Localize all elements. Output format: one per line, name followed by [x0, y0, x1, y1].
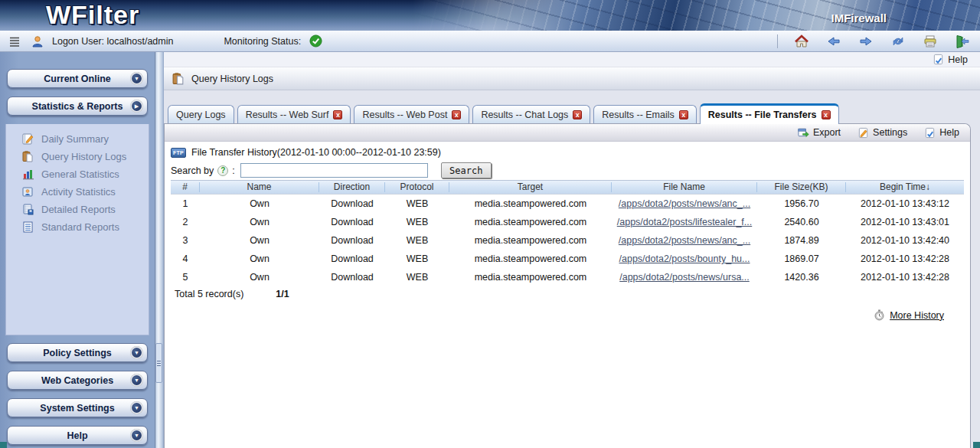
group-label: Web Categories	[41, 375, 113, 386]
sidebar-item-query-history-logs[interactable]: Query History Logs	[6, 148, 149, 165]
tab-results-chat-logs[interactable]: Results -- Chat Logs x	[472, 105, 590, 123]
export-button[interactable]: Export	[797, 127, 841, 139]
sidebar-group-statistics-reports[interactable]: Statistics & Reports ▶	[7, 96, 148, 116]
total-records-label: Total 5 record(s)	[175, 289, 243, 299]
cell-direction: Download	[319, 253, 385, 264]
column-header-name[interactable]: Name	[200, 182, 319, 192]
sidebar-group-body: Daily Summary Query History Logs General…	[5, 124, 149, 335]
back-button[interactable]	[825, 33, 842, 50]
table-row: 3 Own Download WEB media.steampowered.co…	[171, 231, 964, 250]
cell-direction: Download	[319, 217, 385, 227]
more-history-link[interactable]: More History	[890, 310, 944, 321]
chevron-down-icon[interactable]: ▼	[130, 374, 143, 387]
tab-results-file-transfers[interactable]: Results -- File Transfers x	[700, 103, 839, 124]
cell-protocol: WEB	[385, 198, 449, 209]
logout-button[interactable]	[954, 33, 971, 50]
brand-label: IMFirewall	[831, 11, 887, 25]
sidebar-group-help[interactable]: Help ▼	[7, 426, 148, 445]
tab-results-web-surf[interactable]: Results -- Web Surf x	[237, 105, 351, 123]
top-help-link[interactable]: Help	[933, 54, 968, 65]
results-panel: Export Settings Help FTP	[164, 123, 971, 448]
settings-button[interactable]: Settings	[858, 127, 907, 139]
menu-icon[interactable]	[6, 33, 23, 50]
sidebar-item-general-statistics[interactable]: General Statistics	[6, 165, 149, 183]
sidebar-item-detailed-reports[interactable]: Detailed Reports	[6, 201, 149, 218]
splitter-grip-icon[interactable]	[155, 343, 162, 383]
cell-direction: Download	[319, 272, 385, 283]
cell-target: media.steampowered.com	[449, 235, 612, 246]
cell-protocol: WEB	[385, 217, 449, 227]
home-button[interactable]	[793, 33, 810, 50]
cell-file-size: 1874.89	[757, 235, 846, 246]
chevron-down-icon[interactable]: ▼	[130, 401, 143, 414]
cell-index: 3	[171, 235, 200, 246]
sidebar-item-activity-statistics[interactable]: Activity Statistics	[6, 183, 149, 201]
group-label: Policy Settings	[43, 348, 112, 358]
column-header-file-name[interactable]: File Name	[612, 182, 757, 192]
help-page-icon	[924, 127, 936, 139]
cell-target: media.steampowered.com	[449, 253, 612, 264]
tab-label: Results -- Chat Logs	[481, 110, 568, 120]
sidebar-item-label: Query History Logs	[41, 151, 126, 162]
cell-name: Own	[200, 272, 319, 283]
cell-index: 4	[171, 253, 200, 264]
group-label: Statistics & Reports	[32, 101, 123, 112]
bar-chart-icon	[21, 168, 34, 181]
export-label: Export	[813, 127, 841, 138]
help-question-icon[interactable]: ?	[217, 165, 228, 176]
chevron-down-icon[interactable]: ▼	[130, 72, 143, 85]
help-strip: Help	[164, 52, 980, 67]
top-help-label: Help	[948, 54, 968, 65]
column-header-direction[interactable]: Direction	[319, 182, 385, 192]
file-name-link[interactable]: /apps/dota2/posts/news/anc_...	[619, 235, 750, 246]
sidebar-item-daily-summary[interactable]: Daily Summary	[6, 130, 149, 148]
search-input[interactable]	[240, 163, 428, 178]
close-icon[interactable]: x	[822, 110, 831, 119]
chevron-right-icon[interactable]: ▶	[130, 100, 143, 113]
cell-begin-time: 2012-01-10 13:42:28	[846, 272, 964, 283]
more-history-row: More History	[171, 302, 964, 321]
page-title: File Transfer History(2012-01-10 00:00--…	[191, 147, 441, 158]
cell-target: media.steampowered.com	[449, 198, 612, 209]
tab-label: Results -- File Transfers	[708, 110, 817, 120]
cell-name: Own	[200, 235, 319, 246]
close-icon[interactable]: x	[452, 110, 461, 119]
sidebar-splitter[interactable]	[155, 52, 164, 448]
cell-name: Own	[200, 253, 319, 264]
sidebar-item-label: Activity Statistics	[41, 186, 116, 198]
panel-help-button[interactable]: Help	[924, 127, 959, 139]
file-name-link[interactable]: /apps/dota2/posts/news/ursa...	[619, 272, 750, 283]
tab-results-web-post[interactable]: Results -- Web Post x	[354, 105, 469, 123]
title-row: FTP File Transfer History(2012-01-10 00:…	[171, 144, 964, 161]
close-icon[interactable]: x	[573, 110, 582, 119]
sidebar-group-web-categories[interactable]: Web Categories ▼	[7, 371, 148, 390]
sidebar-group-policy-settings[interactable]: Policy Settings ▼	[7, 343, 148, 362]
file-name-link[interactable]: /apps/dota2/posts/lifestealer_f...	[617, 217, 753, 227]
tab-label: Results -- Web Post	[362, 110, 447, 120]
column-header-index[interactable]: #	[171, 182, 200, 192]
close-icon[interactable]: x	[333, 110, 342, 119]
column-header-begin-time[interactable]: Begin Time↓	[846, 182, 964, 192]
cell-begin-time: 2012-01-10 13:43:12	[846, 198, 964, 209]
column-header-file-size[interactable]: File Size(KB)	[757, 182, 846, 192]
search-button[interactable]: Search	[441, 162, 492, 178]
help-page-icon	[933, 54, 944, 65]
sidebar-group-system-settings[interactable]: System Settings ▼	[7, 398, 148, 417]
print-button[interactable]	[922, 33, 939, 50]
column-header-protocol[interactable]: Protocol	[385, 182, 449, 192]
column-header-target[interactable]: Target	[449, 182, 612, 192]
tab-query-logs[interactable]: Query Logs	[168, 105, 234, 123]
total-row: Total 5 record(s) 1/1	[171, 286, 964, 302]
group-label: Current Online	[44, 74, 111, 84]
file-name-link[interactable]: /apps/dota2/posts/news/anc_...	[619, 198, 750, 209]
sidebar-item-standard-reports[interactable]: Standard Reports	[6, 218, 149, 236]
chevron-down-icon[interactable]: ▼	[130, 429, 143, 442]
tab-results-emails[interactable]: Results -- Emails x	[593, 105, 696, 123]
close-icon[interactable]: x	[679, 110, 688, 119]
forward-button[interactable]	[858, 33, 874, 50]
sidebar-item-label: General Statistics	[41, 168, 119, 180]
chevron-down-icon[interactable]: ▼	[130, 346, 143, 359]
refresh-button[interactable]	[890, 33, 906, 50]
file-name-link[interactable]: /apps/dota2/posts/bounty_hu...	[619, 253, 750, 264]
sidebar-group-current-online[interactable]: Current Online ▼	[7, 69, 148, 88]
